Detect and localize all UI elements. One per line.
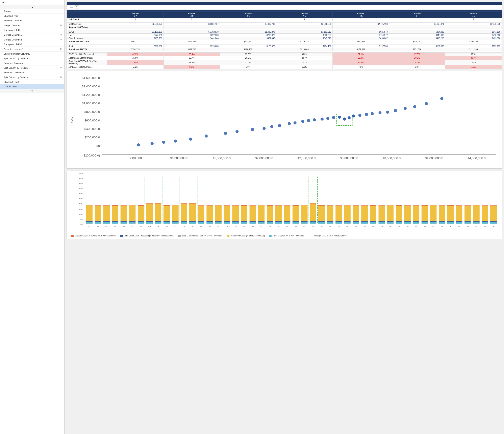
step-settings-icon[interactable]: ⚙ <box>60 34 62 36</box>
step-item-renamed-columns1[interactable]: Renamed Columns1 <box>0 61 64 65</box>
svg-rect-297 <box>473 221 480 222</box>
step-settings-icon[interactable]: ⚙ <box>60 24 62 26</box>
svg-rect-306 <box>490 222 497 224</box>
svg-rect-230 <box>361 224 368 224</box>
svg-text:-33: -33 <box>364 226 366 227</box>
svg-point-31 <box>270 125 273 128</box>
svg-text:-35: -35 <box>381 226 383 227</box>
svg-rect-255 <box>404 224 411 224</box>
step-name: Split Column by Position <box>4 67 28 69</box>
svg-rect-118 <box>163 206 170 221</box>
svg-rect-91 <box>121 222 127 224</box>
svg-text:-44: -44 <box>458 226 460 227</box>
svg-rect-117 <box>163 221 170 222</box>
step-item-merged-columns[interactable]: Merged Columns ⚙ <box>0 23 64 28</box>
svg-rect-144 <box>207 205 213 206</box>
svg-text:-25: -25 <box>295 226 297 227</box>
step-item-transposed-table2[interactable]: Transposed Table2 <box>0 42 64 47</box>
step-item-split-column-by-delimiter[interactable]: Split Column by Delimiter ⚙ <box>0 75 64 80</box>
svg-text:-32: -32 <box>355 226 357 227</box>
svg-point-52 <box>404 107 407 110</box>
svg-rect-226 <box>353 222 359 224</box>
svg-point-28 <box>235 130 238 133</box>
svg-text:$1,000,000.0: $1,000,000.0 <box>82 102 100 105</box>
svg-rect-184 <box>275 205 282 206</box>
svg-rect-135 <box>198 224 204 224</box>
step-item-changed-type1[interactable]: Changed Type1 <box>0 80 64 84</box>
step-item-renamed-columns2[interactable]: Renamed Columns2 <box>0 70 64 75</box>
step-item-removed-columns[interactable]: Removed Columns <box>0 18 64 23</box>
step-item-merged-columns2[interactable]: Merged Columns2 ⚙ <box>0 37 64 42</box>
svg-rect-112 <box>155 221 161 222</box>
svg-text:-26: -26 <box>303 226 306 227</box>
svg-rect-215 <box>335 224 342 224</box>
svg-rect-251 <box>396 222 402 224</box>
step-name: Renamed Columns1 <box>4 62 24 64</box>
step-settings-icon[interactable]: ⚙ <box>60 38 62 41</box>
svg-rect-304 <box>482 205 488 206</box>
svg-rect-121 <box>172 222 179 224</box>
step-item-source[interactable]: Source <box>0 9 64 14</box>
step-name: Changed Type1 <box>4 81 19 83</box>
step-name: Merged Columns2 <box>4 38 22 41</box>
svg-rect-272 <box>430 221 436 222</box>
svg-point-35 <box>301 120 304 123</box>
svg-rect-115 <box>163 224 170 224</box>
legend-label: Total Supplies (% of Net Revenues) <box>273 235 304 237</box>
step-item-changed-type[interactable]: Changed Type <box>0 14 64 18</box>
svg-rect-171 <box>258 222 264 224</box>
svg-rect-176 <box>267 222 273 224</box>
svg-point-30 <box>262 127 266 130</box>
col-header-5: Actuals-5 E <box>333 12 389 18</box>
svg-rect-158 <box>232 206 239 221</box>
svg-point-40 <box>332 116 335 119</box>
svg-rect-167 <box>250 221 256 222</box>
svg-rect-107 <box>146 221 153 222</box>
step-item-split-column-by-position[interactable]: Split Column by Position ⚙ <box>0 65 64 70</box>
svg-rect-169 <box>250 205 256 206</box>
svg-rect-234 <box>361 205 368 206</box>
svg-rect-180 <box>275 224 282 224</box>
step-item-transposed-table[interactable]: Transposed Table <box>0 28 64 32</box>
legend-swatch-icon <box>269 235 271 237</box>
svg-rect-141 <box>207 222 213 224</box>
step-item-filtered-rows[interactable]: Filtered Rows <box>0 84 64 89</box>
step-settings-icon[interactable]: ⚙ <box>60 76 62 78</box>
step-item-merged-columns1[interactable]: Merged Columns1 ⚙ <box>0 32 64 37</box>
svg-rect-217 <box>335 221 342 222</box>
svg-rect-168 <box>250 206 256 221</box>
svg-text:40.0%: 40.0% <box>79 183 83 185</box>
svg-rect-137 <box>198 221 204 222</box>
svg-rect-252 <box>396 221 402 222</box>
svg-rect-213 <box>327 206 333 221</box>
scroll-up-button[interactable]: ▲ <box>0 5 64 9</box>
svg-rect-201 <box>310 222 316 224</box>
collapse-icon[interactable]: ▼ <box>2 2 4 4</box>
svg-rect-80 <box>103 224 110 224</box>
svg-text:$1,500,000.0: $1,500,000.0 <box>213 156 231 160</box>
svg-text:-41: -41 <box>432 226 434 227</box>
svg-rect-179 <box>267 205 273 206</box>
svg-rect-211 <box>327 222 333 224</box>
step-item-promoted-headers1[interactable]: Promoted Headers1 ⚙ <box>0 47 64 52</box>
step-item-split-column-by-delimiter2[interactable]: Split Column by Delimiter2 <box>0 56 64 61</box>
period-filter-button[interactable]: ▼ <box>75 5 79 9</box>
step-item-unpivoted-other-columns1[interactable]: Unpivoted Other Columns1 <box>0 52 64 56</box>
svg-rect-138 <box>198 206 204 221</box>
svg-point-48 <box>371 112 374 115</box>
scroll-down-button[interactable]: ▼ <box>0 89 64 93</box>
svg-rect-92 <box>121 221 127 222</box>
svg-text:-11: -11 <box>174 226 176 227</box>
svg-rect-245 <box>387 224 394 224</box>
step-settings-icon[interactable]: ⚙ <box>60 48 62 50</box>
legend-swatch-icon <box>120 235 123 237</box>
svg-text:$500,000.0: $500,000.0 <box>129 156 144 160</box>
step-name: Source <box>4 10 11 12</box>
svg-rect-305 <box>490 224 497 224</box>
step-settings-icon[interactable]: ⚙ <box>60 66 62 69</box>
svg-text:-47: -47 <box>484 226 486 227</box>
col-header-4: Actuals-4 D <box>276 12 333 18</box>
svg-rect-90 <box>121 224 127 224</box>
svg-rect-102 <box>138 221 144 222</box>
svg-rect-159 <box>232 205 239 206</box>
